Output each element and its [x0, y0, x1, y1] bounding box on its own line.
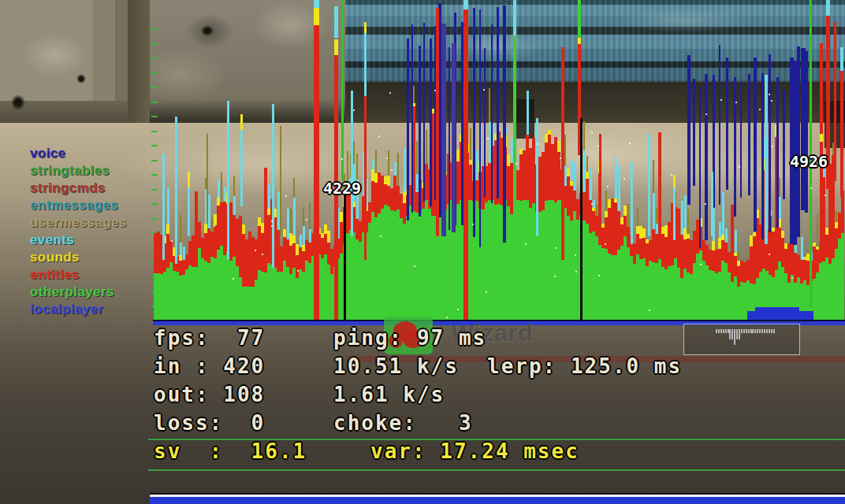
sv-row-divider-bottom [148, 469, 845, 471]
dust-particle [810, 187, 812, 189]
graph-bar-olive [309, 202, 311, 228]
graph-axis-tick [151, 189, 158, 191]
graph-spike [272, 104, 274, 268]
voice-spike-line [797, 46, 800, 237]
graph-spike [631, 161, 633, 244]
stats-col1: fps: 77 [154, 326, 265, 350]
graph-spike [314, 25, 319, 324]
graph-axis-tick [151, 174, 158, 176]
dust-particle [525, 243, 527, 245]
voice-spike-line [473, 8, 475, 237]
dust-particle [537, 143, 538, 145]
graph-spike [834, 22, 836, 181]
graph-bar-red [841, 191, 844, 233]
dust-particle [262, 254, 263, 255]
graph-axis-tick [151, 218, 158, 220]
graph-axis-tick [151, 102, 158, 103]
dust-particle [171, 240, 173, 242]
graph-spike [162, 154, 165, 260]
graph-bar-yellow [721, 235, 724, 240]
game-screenshot: Wizard 42294926 voicestringtablesstringc… [0, 0, 845, 504]
graph-axis-tick [151, 145, 158, 146]
graph-bar-olive [779, 178, 780, 197]
graph-bar-olive [353, 141, 355, 164]
voice-spike-line [705, 74, 708, 240]
voice-spike-line [740, 83, 742, 198]
dust-particle [306, 219, 307, 220]
dust-particle [720, 99, 722, 101]
graph-spike [820, 43, 823, 134]
dust-particle [380, 235, 382, 237]
dust-particle [271, 225, 273, 227]
dust-particle [771, 100, 772, 102]
graph-spike [188, 172, 190, 187]
graph-bar-olive [211, 217, 213, 231]
voice-spike-line [449, 47, 450, 230]
graph-bar-olive [656, 208, 657, 224]
graph-axis-tick [151, 57, 158, 59]
graph-spike [207, 134, 208, 224]
dust-particle [769, 94, 770, 95]
graph-bar-yellow [292, 235, 296, 243]
graph-bar-cyan [593, 200, 595, 208]
stats-col2: var: 17.24 msec [370, 439, 579, 463]
dust-particle [739, 166, 740, 168]
legend-item-sounds: sounds [30, 250, 80, 265]
legend-item-otherplayers: otherplayers [30, 284, 114, 300]
legend-item-stringcmds: stringcmds [30, 180, 106, 196]
dust-particle [560, 158, 561, 159]
voice-spike-line [754, 57, 757, 232]
choke-blue-block [755, 307, 799, 312]
graph-bar-olive [653, 160, 654, 193]
graph-spike [820, 134, 823, 142]
graph-bar-yellow [283, 229, 286, 237]
dust-particle [271, 220, 273, 222]
graph-spike [673, 187, 676, 240]
dust-particle [700, 264, 702, 265]
graph-spike [341, 0, 344, 181]
graph-spike [175, 117, 177, 264]
voice-spike-line [419, 46, 421, 217]
graph-bar-cyan [653, 193, 655, 229]
graph-spike [364, 22, 367, 33]
graph-spike [344, 195, 346, 324]
graph-peak-label: 4229 [323, 179, 361, 198]
graph-bar-yellow [781, 231, 784, 239]
graph-spike [648, 134, 650, 236]
graph-spike [840, 47, 843, 71]
graph-spike [578, 38, 581, 44]
dust-particle [705, 113, 707, 115]
graph-bar-olive [388, 150, 389, 176]
graph-bar-cyan [571, 160, 573, 180]
graph-spike [334, 6, 338, 38]
graph-bar-olive [356, 154, 358, 180]
graph-spike [314, 8, 319, 25]
voice-spike-line [407, 39, 409, 220]
graph-bar-yellow [624, 206, 627, 216]
graph-bar-cyan [735, 230, 737, 253]
graph-spike [364, 96, 367, 260]
graph-spike [599, 134, 601, 220]
legend-item-localplayer: localplayer [30, 302, 103, 317]
graph-peak-label: 4926 [790, 152, 828, 171]
dust-particle [772, 146, 773, 147]
dust-particle [255, 250, 256, 251]
dust-particle [487, 138, 489, 139]
dust-particle [457, 309, 459, 310]
graph-bar-yellow [166, 224, 169, 234]
graph-axis-tick [151, 43, 158, 45]
dust-particle [516, 163, 517, 165]
graph-spike [240, 114, 243, 130]
graph-bar-cyan [574, 163, 576, 191]
voice-spike-line [491, 24, 493, 203]
dust-particle [591, 203, 593, 205]
voice-spike-line [497, 7, 499, 198]
dust-particle [629, 143, 631, 144]
dust-particle [575, 254, 576, 256]
graph-bar-olive [426, 130, 427, 164]
graph-spike [314, 0, 319, 8]
legend-item-entities: entities [30, 267, 80, 283]
legend-item-stringtables: stringtables [30, 163, 110, 179]
graph-bar-yellow [548, 130, 551, 135]
graph-bar-yellow [734, 253, 737, 256]
